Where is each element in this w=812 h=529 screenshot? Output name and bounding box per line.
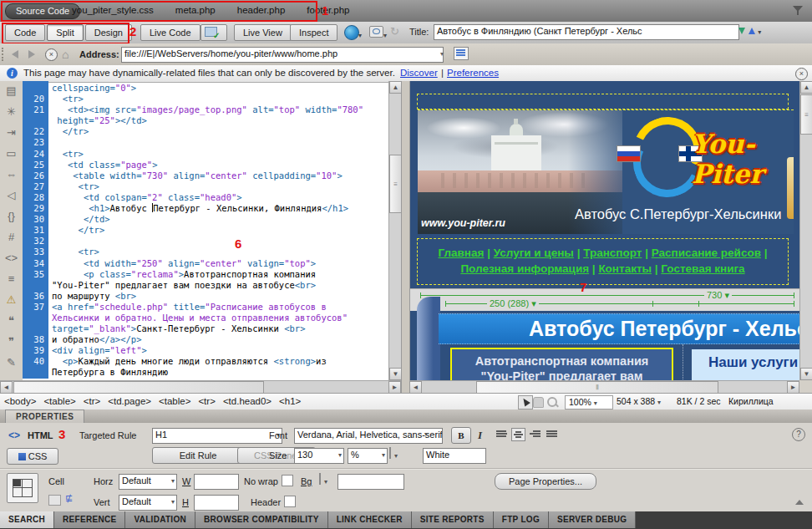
code-vscrollbar[interactable]: ▲ ≡ ▼ xyxy=(388,81,402,380)
code-editor[interactable]: cellspacing="0">20 <tr>21 <td><img src="… xyxy=(23,83,388,380)
tag-selector-item[interactable]: <td.head0> xyxy=(223,396,272,406)
preview-in-browser-icon[interactable] xyxy=(344,25,359,40)
inspect-button[interactable]: Inspect xyxy=(290,24,337,41)
close-icon[interactable]: × xyxy=(795,68,808,80)
collapse-panel-icon[interactable] xyxy=(795,500,804,505)
tag-selector-item[interactable]: <td.page> xyxy=(108,396,151,406)
nav-link[interactable]: Транспорт xyxy=(583,247,642,259)
font-dropdown-arrow-icon[interactable]: ▾ xyxy=(424,430,428,438)
page-heading-bar[interactable]: Автобус Петербург - Хельсин xyxy=(439,313,800,344)
nav-link[interactable]: Полезная информация xyxy=(460,262,589,275)
table-width-bar[interactable]: 730 ▾ 250 (288) ▾ xyxy=(410,288,800,311)
properties-tab[interactable]: PROPERTIES xyxy=(5,409,84,424)
align-justify-icon[interactable] xyxy=(545,428,559,441)
html-mode-button[interactable]: HTML xyxy=(28,430,53,440)
text-color-swatch[interactable] xyxy=(389,447,391,459)
code-navigator-icon[interactable]: ✳ xyxy=(0,102,23,123)
design-vscroll-thumb[interactable]: ≡ xyxy=(800,94,812,135)
tag-selector-item[interactable]: <body> xyxy=(4,396,36,406)
split-cell-icon[interactable]: ⋢ xyxy=(65,493,73,504)
nav-link[interactable]: Расписание рейсов xyxy=(652,247,761,259)
align-center-icon[interactable] xyxy=(511,428,525,441)
bold-button[interactable]: B xyxy=(451,427,471,444)
address-input[interactable]: file:///E|/WebServers/home/you-piter/www… xyxy=(121,47,444,63)
preview-dropdown-arrow-icon[interactable]: ▾ xyxy=(358,32,362,39)
reclama-cell[interactable]: Автотранспортная компания "You-Piter" пр… xyxy=(450,348,673,380)
design-scroll-right-icon[interactable]: ► xyxy=(787,381,799,394)
design-scroll-down-icon[interactable]: ▼ xyxy=(800,368,812,380)
align-left-icon[interactable] xyxy=(495,428,509,441)
tag-selector-item[interactable]: <table> xyxy=(159,396,190,406)
remove-comment-icon[interactable]: ❞ xyxy=(0,332,23,353)
format-source-icon[interactable]: ✎ xyxy=(0,353,23,374)
pointer-tool-icon[interactable] xyxy=(518,395,533,409)
collapse-selection-icon[interactable]: ▭ xyxy=(0,144,23,165)
balance-braces-icon[interactable]: {} xyxy=(0,206,23,227)
results-tab-server-debug[interactable]: SERVER DEBUG xyxy=(549,511,636,528)
zoom-tool-icon[interactable] xyxy=(547,397,557,407)
vert-select[interactable]: Default▾ xyxy=(119,495,177,511)
size-unit-select[interactable]: %▾ xyxy=(348,448,388,464)
check-browser-compat-icon[interactable] xyxy=(369,26,383,38)
magnification-select[interactable]: 100% ▾ xyxy=(565,395,613,409)
services-cell[interactable]: Наши услуги xyxy=(692,349,800,380)
header-checkbox[interactable] xyxy=(284,496,296,507)
nav-link[interactable]: Гостевая книга xyxy=(661,262,744,275)
code-hscrollbar[interactable]: ◄ ► xyxy=(0,380,401,394)
tag-selector-item[interactable]: <table> xyxy=(43,396,75,406)
tag-selector-item[interactable]: <tr> xyxy=(84,396,100,406)
home-icon[interactable]: ⌂ xyxy=(62,48,69,61)
view-list-icon[interactable] xyxy=(454,47,469,60)
merge-cells-icon[interactable] xyxy=(48,495,61,506)
open-documents-icon[interactable]: ▤ xyxy=(0,81,23,102)
forward-icon[interactable] xyxy=(28,50,35,58)
italic-button[interactable]: I xyxy=(478,429,482,442)
results-tab-reference[interactable]: REFERENCE xyxy=(54,511,125,528)
nav-link[interactable]: Главная xyxy=(439,247,485,259)
code-scroll-down-icon[interactable]: ▼ xyxy=(389,368,402,380)
refresh-icon[interactable]: ↻ xyxy=(390,25,399,38)
window-size-select[interactable]: 504 x 388 ▾ xyxy=(613,395,678,408)
horz-select[interactable]: Default▾ xyxy=(119,474,177,490)
code-vscroll-thumb[interactable]: ≡ xyxy=(389,155,402,213)
address-dropdown-arrow-icon[interactable]: ▾ xyxy=(440,50,444,58)
collapse-full-tag-icon[interactable]: ⇥ xyxy=(0,123,23,144)
results-tab-validation[interactable]: VALIDATION xyxy=(125,511,195,528)
tag-selector-item[interactable]: <h1> xyxy=(279,396,301,406)
stop-icon[interactable]: × xyxy=(45,48,58,61)
file-management-icon[interactable]: ▾ xyxy=(738,26,761,36)
title-input[interactable]: Автобус в Финляндию (Санкт Петербург - Х… xyxy=(434,24,739,40)
design-scroll-left-icon[interactable]: ◄ xyxy=(409,381,422,394)
align-right-icon[interactable] xyxy=(528,428,542,441)
nav-link[interactable]: Контакты xyxy=(598,262,652,275)
code-scroll-right-icon[interactable]: ► xyxy=(388,381,401,394)
hand-tool-icon[interactable] xyxy=(533,397,544,408)
table-width-label-730[interactable]: 730 ▾ xyxy=(704,290,732,301)
word-wrap-icon[interactable]: ≡ xyxy=(0,269,23,290)
help-icon[interactable]: ? xyxy=(792,428,805,441)
preferences-link[interactable]: Preferences xyxy=(447,68,499,78)
check-page-icon[interactable]: ✓ xyxy=(200,24,227,41)
results-tab-browser-compatibility[interactable]: BROWSER COMPATIBILITY xyxy=(195,511,328,528)
results-tab-search[interactable]: SEARCH xyxy=(0,511,54,528)
design-hscroll-thumb[interactable]: ⦀ xyxy=(476,381,718,394)
text-color-field[interactable]: White xyxy=(423,448,486,464)
results-tab-site-reports[interactable]: SITE REPORTS xyxy=(412,511,494,528)
design-scroll-up-icon[interactable]: ▲ xyxy=(800,81,812,94)
edit-rule-button[interactable]: Edit Rule xyxy=(152,447,244,464)
live-code-button[interactable]: Live Code xyxy=(140,24,200,41)
compat-dropdown-arrow-icon[interactable]: ▾ xyxy=(383,32,387,39)
design-vscrollbar[interactable]: ▲ ≡ ▼ xyxy=(799,81,812,380)
css-mode-button[interactable]: CSS xyxy=(7,448,58,465)
site-header-image[interactable]: You-Piter Автобус С.Петербург-Хельсинки … xyxy=(418,109,794,234)
targeted-rule-select[interactable]: H1▾ xyxy=(152,428,282,444)
syntax-error-alerts-icon[interactable]: ⚠ xyxy=(0,290,23,311)
line-numbers-icon[interactable]: # xyxy=(0,227,23,248)
design-hscrollbar[interactable]: ◄ ⦀ ► xyxy=(409,380,799,394)
expand-all-icon[interactable]: ⇔ xyxy=(0,165,23,186)
code-scroll-left-icon[interactable]: ◄ xyxy=(0,381,13,394)
bg-color-field[interactable] xyxy=(337,474,404,490)
w-input[interactable] xyxy=(194,474,239,490)
bg-color-swatch[interactable] xyxy=(319,473,321,485)
table-width-label-250[interactable]: 250 (288) ▾ xyxy=(487,298,539,309)
